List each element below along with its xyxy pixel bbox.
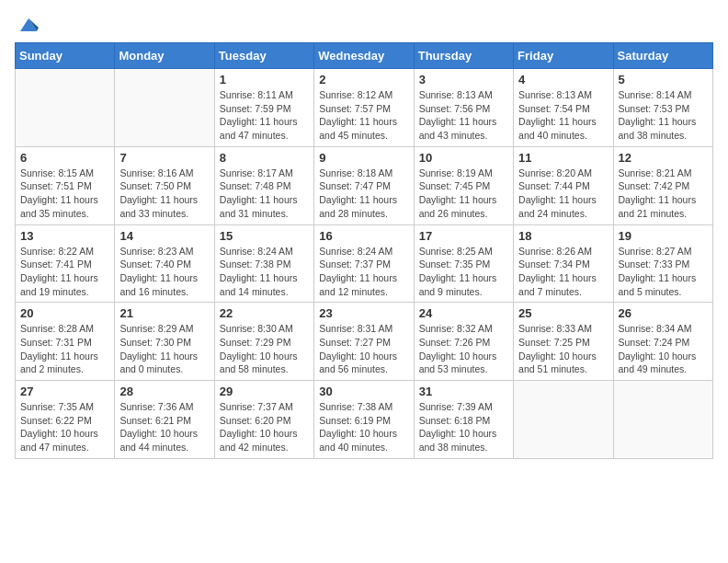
day-number: 7 bbox=[119, 151, 209, 165]
day-number: 5 bbox=[619, 73, 708, 86]
calendar-day-cell: 5Sunrise: 8:14 AM Sunset: 7:53 PM Daylig… bbox=[613, 69, 712, 147]
day-number: 16 bbox=[319, 229, 408, 243]
day-number: 31 bbox=[419, 385, 508, 398]
day-of-week-header: Sunday bbox=[16, 43, 115, 69]
day-info: Sunrise: 8:25 AM Sunset: 7:35 PM Dayligh… bbox=[419, 245, 508, 299]
day-number: 30 bbox=[319, 385, 408, 398]
day-info: Sunrise: 8:22 AM Sunset: 7:41 PM Dayligh… bbox=[20, 245, 109, 299]
day-info: Sunrise: 8:28 AM Sunset: 7:31 PM Dayligh… bbox=[20, 322, 109, 376]
day-info: Sunrise: 7:36 AM Sunset: 6:21 PM Dayligh… bbox=[119, 400, 209, 454]
day-number: 15 bbox=[220, 229, 309, 243]
day-info: Sunrise: 7:37 AM Sunset: 6:20 PM Dayligh… bbox=[220, 400, 309, 454]
day-number: 3 bbox=[419, 73, 508, 86]
calendar-day-cell bbox=[115, 69, 214, 147]
calendar-table: SundayMondayTuesdayWednesdayThursdayFrid… bbox=[15, 42, 713, 459]
calendar-day-cell: 1Sunrise: 8:11 AM Sunset: 7:59 PM Daylig… bbox=[214, 69, 313, 147]
logo-icon bbox=[18, 15, 39, 35]
calendar-day-cell: 17Sunrise: 8:25 AM Sunset: 7:35 PM Dayli… bbox=[414, 224, 513, 303]
calendar-day-cell: 22Sunrise: 8:30 AM Sunset: 7:29 PM Dayli… bbox=[214, 303, 313, 381]
day-info: Sunrise: 8:29 AM Sunset: 7:30 PM Dayligh… bbox=[119, 322, 209, 376]
calendar-day-cell: 2Sunrise: 8:12 AM Sunset: 7:57 PM Daylig… bbox=[314, 69, 414, 147]
calendar-day-cell bbox=[613, 381, 712, 459]
day-number: 9 bbox=[319, 151, 408, 165]
calendar-day-cell: 29Sunrise: 7:37 AM Sunset: 6:20 PM Dayli… bbox=[214, 381, 313, 459]
day-info: Sunrise: 8:11 AM Sunset: 7:59 PM Dayligh… bbox=[220, 88, 309, 143]
calendar-header-row: SundayMondayTuesdayWednesdayThursdayFrid… bbox=[16, 43, 713, 69]
day-number: 27 bbox=[20, 385, 109, 398]
day-number: 28 bbox=[119, 385, 209, 398]
calendar-day-cell: 11Sunrise: 8:20 AM Sunset: 7:44 PM Dayli… bbox=[514, 146, 613, 224]
calendar-day-cell: 3Sunrise: 8:13 AM Sunset: 7:56 PM Daylig… bbox=[414, 69, 513, 147]
day-number: 20 bbox=[20, 306, 109, 320]
calendar-week-row: 27Sunrise: 7:35 AM Sunset: 6:22 PM Dayli… bbox=[16, 381, 713, 459]
day-info: Sunrise: 8:15 AM Sunset: 7:51 PM Dayligh… bbox=[20, 167, 109, 221]
day-info: Sunrise: 8:19 AM Sunset: 7:45 PM Dayligh… bbox=[419, 167, 508, 221]
calendar-day-cell: 19Sunrise: 8:27 AM Sunset: 7:33 PM Dayli… bbox=[613, 224, 712, 303]
day-number: 4 bbox=[518, 73, 608, 86]
day-number: 22 bbox=[220, 306, 309, 320]
day-number: 25 bbox=[518, 306, 608, 320]
day-info: Sunrise: 8:23 AM Sunset: 7:40 PM Dayligh… bbox=[119, 245, 209, 299]
day-info: Sunrise: 7:35 AM Sunset: 6:22 PM Dayligh… bbox=[20, 400, 109, 454]
day-of-week-header: Monday bbox=[115, 43, 214, 69]
logo bbox=[15, 15, 40, 35]
day-info: Sunrise: 8:34 AM Sunset: 7:24 PM Dayligh… bbox=[619, 322, 708, 376]
day-info: Sunrise: 8:24 AM Sunset: 7:37 PM Dayligh… bbox=[319, 245, 408, 299]
day-info: Sunrise: 8:13 AM Sunset: 7:56 PM Dayligh… bbox=[419, 88, 508, 143]
day-number: 17 bbox=[419, 229, 508, 243]
day-number: 8 bbox=[220, 151, 309, 165]
calendar-day-cell: 9Sunrise: 8:18 AM Sunset: 7:47 PM Daylig… bbox=[314, 146, 414, 224]
day-info: Sunrise: 7:39 AM Sunset: 6:18 PM Dayligh… bbox=[419, 400, 508, 454]
calendar-day-cell: 14Sunrise: 8:23 AM Sunset: 7:40 PM Dayli… bbox=[115, 224, 214, 303]
day-info: Sunrise: 8:13 AM Sunset: 7:54 PM Dayligh… bbox=[518, 88, 608, 143]
day-number: 26 bbox=[619, 306, 708, 320]
calendar-day-cell: 31Sunrise: 7:39 AM Sunset: 6:18 PM Dayli… bbox=[414, 381, 513, 459]
day-info: Sunrise: 8:27 AM Sunset: 7:33 PM Dayligh… bbox=[619, 245, 708, 299]
day-info: Sunrise: 8:33 AM Sunset: 7:25 PM Dayligh… bbox=[518, 322, 608, 376]
calendar-week-row: 6Sunrise: 8:15 AM Sunset: 7:51 PM Daylig… bbox=[16, 146, 713, 224]
day-number: 24 bbox=[419, 306, 508, 320]
day-info: Sunrise: 8:26 AM Sunset: 7:34 PM Dayligh… bbox=[518, 245, 608, 299]
page-header bbox=[15, 15, 713, 35]
calendar-day-cell: 10Sunrise: 8:19 AM Sunset: 7:45 PM Dayli… bbox=[414, 146, 513, 224]
calendar-week-row: 20Sunrise: 8:28 AM Sunset: 7:31 PM Dayli… bbox=[16, 303, 713, 381]
calendar-day-cell: 27Sunrise: 7:35 AM Sunset: 6:22 PM Dayli… bbox=[16, 381, 115, 459]
day-number: 18 bbox=[518, 229, 608, 243]
day-of-week-header: Friday bbox=[514, 43, 613, 69]
day-number: 14 bbox=[119, 229, 209, 243]
day-info: Sunrise: 8:12 AM Sunset: 7:57 PM Dayligh… bbox=[319, 88, 408, 143]
day-info: Sunrise: 8:21 AM Sunset: 7:42 PM Dayligh… bbox=[619, 167, 708, 221]
calendar-day-cell: 4Sunrise: 8:13 AM Sunset: 7:54 PM Daylig… bbox=[514, 69, 613, 147]
day-number: 10 bbox=[419, 151, 508, 165]
day-number: 21 bbox=[119, 306, 209, 320]
calendar-day-cell: 8Sunrise: 8:17 AM Sunset: 7:48 PM Daylig… bbox=[214, 146, 313, 224]
day-number: 12 bbox=[619, 151, 708, 165]
calendar-week-row: 1Sunrise: 8:11 AM Sunset: 7:59 PM Daylig… bbox=[16, 69, 713, 147]
calendar-day-cell: 7Sunrise: 8:16 AM Sunset: 7:50 PM Daylig… bbox=[115, 146, 214, 224]
calendar-day-cell: 16Sunrise: 8:24 AM Sunset: 7:37 PM Dayli… bbox=[314, 224, 414, 303]
calendar-day-cell: 21Sunrise: 8:29 AM Sunset: 7:30 PM Dayli… bbox=[115, 303, 214, 381]
calendar-day-cell: 26Sunrise: 8:34 AM Sunset: 7:24 PM Dayli… bbox=[613, 303, 712, 381]
calendar-day-cell: 25Sunrise: 8:33 AM Sunset: 7:25 PM Dayli… bbox=[514, 303, 613, 381]
calendar-day-cell: 24Sunrise: 8:32 AM Sunset: 7:26 PM Dayli… bbox=[414, 303, 513, 381]
calendar-day-cell: 6Sunrise: 8:15 AM Sunset: 7:51 PM Daylig… bbox=[16, 146, 115, 224]
day-number: 11 bbox=[518, 151, 608, 165]
calendar-day-cell bbox=[16, 69, 115, 147]
day-info: Sunrise: 8:24 AM Sunset: 7:38 PM Dayligh… bbox=[220, 245, 309, 299]
day-number: 23 bbox=[319, 306, 408, 320]
day-of-week-header: Thursday bbox=[414, 43, 513, 69]
day-number: 2 bbox=[319, 73, 408, 86]
calendar-day-cell: 13Sunrise: 8:22 AM Sunset: 7:41 PM Dayli… bbox=[16, 224, 115, 303]
day-number: 1 bbox=[220, 73, 309, 86]
day-of-week-header: Saturday bbox=[613, 43, 712, 69]
calendar-day-cell: 23Sunrise: 8:31 AM Sunset: 7:27 PM Dayli… bbox=[314, 303, 414, 381]
calendar-day-cell: 30Sunrise: 7:38 AM Sunset: 6:19 PM Dayli… bbox=[314, 381, 414, 459]
day-number: 6 bbox=[20, 151, 109, 165]
day-of-week-header: Wednesday bbox=[314, 43, 414, 69]
day-of-week-header: Tuesday bbox=[214, 43, 313, 69]
day-info: Sunrise: 8:20 AM Sunset: 7:44 PM Dayligh… bbox=[518, 167, 608, 221]
calendar-day-cell: 28Sunrise: 7:36 AM Sunset: 6:21 PM Dayli… bbox=[115, 381, 214, 459]
calendar-day-cell: 20Sunrise: 8:28 AM Sunset: 7:31 PM Dayli… bbox=[16, 303, 115, 381]
calendar-day-cell: 18Sunrise: 8:26 AM Sunset: 7:34 PM Dayli… bbox=[514, 224, 613, 303]
day-info: Sunrise: 8:17 AM Sunset: 7:48 PM Dayligh… bbox=[220, 167, 309, 221]
